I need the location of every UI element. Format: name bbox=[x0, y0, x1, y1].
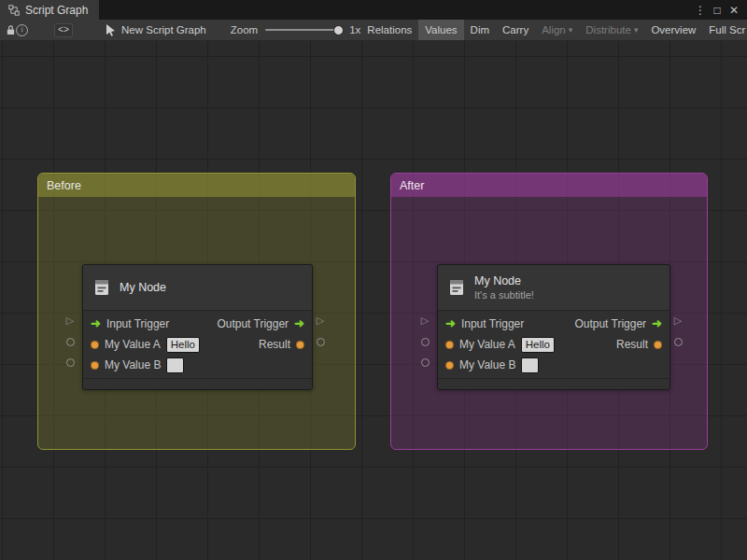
distribute-button[interactable]: Distribute ▾ bbox=[579, 20, 644, 40]
result-label: Result bbox=[259, 338, 290, 351]
value-a-port-icon[interactable] bbox=[445, 341, 454, 349]
value-a-port-icon[interactable] bbox=[91, 341, 99, 349]
external-value-b-port[interactable] bbox=[419, 357, 430, 368]
value-b-label: My Value B bbox=[105, 358, 161, 371]
external-output-trigger-port[interactable]: ▷ bbox=[315, 315, 326, 326]
value-a-field[interactable]: Hello bbox=[521, 337, 555, 353]
chevron-down-icon: ▾ bbox=[634, 26, 639, 35]
triangle-port-icon: ▷ bbox=[674, 315, 682, 326]
external-input-trigger-port[interactable]: ▷ bbox=[419, 315, 430, 326]
toolbar-buttons: Relations Values Dim Carry Align ▾ Distr… bbox=[360, 20, 747, 40]
circle-port-icon bbox=[421, 358, 430, 367]
result-port-icon[interactable] bbox=[296, 341, 304, 349]
value-b-port-row: My Value B bbox=[438, 355, 669, 375]
external-value-a-port[interactable] bbox=[64, 336, 76, 347]
graph-toolbar: i <> New Script Graph Zoom 1x Relations bbox=[0, 20, 747, 41]
graph-name-group: New Script Graph bbox=[105, 20, 206, 40]
result-port-icon[interactable] bbox=[654, 341, 662, 349]
node-body: ➜ Input Trigger Output Trigger ➜ My Valu… bbox=[83, 310, 312, 379]
external-value-b-port[interactable] bbox=[64, 357, 76, 368]
input-trigger-port-icon[interactable]: ➜ bbox=[445, 317, 456, 329]
zoom-slider-knob[interactable] bbox=[333, 25, 344, 35]
output-trigger-port-icon[interactable]: ➜ bbox=[652, 317, 662, 329]
output-trigger-label: Output Trigger bbox=[574, 317, 646, 330]
kebab-menu-icon[interactable]: ⋮ bbox=[694, 3, 707, 18]
trigger-port-row: ➜ Input Trigger Output Trigger ➜ bbox=[438, 314, 669, 334]
fullscreen-button[interactable]: Full Scr bbox=[702, 20, 747, 40]
value-b-port-row: My Value B bbox=[83, 355, 312, 375]
script-graph-window: Script Graph ⋮ □ ✕ i <> bbox=[0, 0, 747, 560]
group-after-label: After bbox=[400, 179, 424, 192]
node-icon bbox=[92, 278, 111, 297]
align-button[interactable]: Align ▾ bbox=[535, 20, 579, 40]
triangle-port-icon: ▷ bbox=[317, 315, 324, 326]
result-label: Result bbox=[616, 338, 648, 351]
triangle-port-icon: ▷ bbox=[421, 315, 429, 326]
external-output-trigger-port[interactable]: ▷ bbox=[672, 315, 684, 326]
zoom-label: Zoom bbox=[231, 24, 258, 35]
group-before-header[interactable]: Before bbox=[38, 174, 355, 197]
tab-bar: Script Graph ⋮ □ ✕ bbox=[0, 0, 747, 20]
value-b-field[interactable] bbox=[166, 357, 184, 373]
circle-port-icon bbox=[317, 338, 325, 346]
overview-button[interactable]: Overview bbox=[644, 20, 702, 40]
circle-port-icon bbox=[674, 338, 683, 346]
node-header[interactable]: My Node It's a subtitle! bbox=[438, 265, 669, 310]
tab-script-graph[interactable]: Script Graph bbox=[0, 0, 99, 20]
circle-port-icon bbox=[66, 338, 75, 346]
external-input-trigger-port[interactable]: ▷ bbox=[64, 315, 76, 326]
external-result-port[interactable] bbox=[672, 336, 684, 347]
node-title: My Node bbox=[120, 281, 166, 294]
value-a-label: My Value A bbox=[105, 338, 161, 351]
output-trigger-port-icon[interactable]: ➜ bbox=[294, 317, 304, 329]
value-b-field[interactable] bbox=[521, 357, 539, 373]
graph-pointer-icon bbox=[105, 20, 116, 40]
trigger-port-row: ➜ Input Trigger Output Trigger ➜ bbox=[83, 314, 312, 334]
zoom-value: 1x bbox=[349, 24, 360, 35]
info-icon[interactable]: i bbox=[16, 20, 28, 40]
triangle-port-icon: ▷ bbox=[66, 315, 74, 326]
input-trigger-label: Input Trigger bbox=[106, 317, 169, 330]
tab-title: Script Graph bbox=[25, 4, 88, 17]
lock-icon[interactable] bbox=[6, 20, 16, 40]
input-trigger-port-icon[interactable]: ➜ bbox=[91, 317, 101, 329]
value-a-port-row: My Value A Hello Result bbox=[438, 334, 669, 355]
zoom-slider[interactable] bbox=[265, 29, 342, 31]
graph-tab-icon bbox=[7, 4, 20, 16]
window-controls: ⋮ □ ✕ bbox=[694, 0, 747, 20]
value-b-port-icon[interactable] bbox=[91, 361, 99, 370]
close-icon[interactable]: ✕ bbox=[727, 3, 740, 18]
group-before-label: Before bbox=[47, 179, 81, 192]
node-title: My Node bbox=[474, 274, 534, 287]
chevron-down-icon: ▾ bbox=[569, 26, 573, 35]
external-result-port[interactable] bbox=[315, 336, 326, 347]
relations-button[interactable]: Relations bbox=[360, 20, 418, 40]
node-footer bbox=[438, 379, 669, 389]
dim-button[interactable]: Dim bbox=[464, 20, 496, 40]
value-a-field[interactable]: Hello bbox=[166, 337, 200, 353]
node-my-node-after[interactable]: My Node It's a subtitle! ➜ Input Trigger… bbox=[437, 264, 670, 390]
value-a-label: My Value A bbox=[459, 338, 515, 351]
maximize-icon[interactable]: □ bbox=[711, 3, 724, 18]
value-b-port-icon[interactable] bbox=[445, 361, 454, 370]
value-a-port-row: My Value A Hello Result bbox=[83, 334, 312, 355]
node-header[interactable]: My Node bbox=[83, 265, 312, 310]
external-value-a-port[interactable] bbox=[419, 336, 430, 347]
circle-port-icon bbox=[421, 338, 430, 346]
output-trigger-label: Output Trigger bbox=[217, 317, 289, 330]
group-after-header[interactable]: After bbox=[391, 174, 707, 197]
zoom-control: Zoom 1x bbox=[231, 24, 361, 35]
node-footer bbox=[83, 379, 312, 389]
circle-port-icon bbox=[66, 358, 75, 367]
node-subtitle: It's a subtitle! bbox=[474, 289, 534, 301]
node-my-node-before[interactable]: My Node ➜ Input Trigger Output Trigger ➜… bbox=[82, 264, 313, 390]
carry-button[interactable]: Carry bbox=[496, 20, 535, 40]
node-titles: My Node It's a subtitle! bbox=[474, 274, 534, 301]
node-titles: My Node bbox=[120, 281, 166, 294]
graph-name-label[interactable]: New Script Graph bbox=[121, 24, 206, 35]
code-view-icon[interactable]: <> bbox=[54, 20, 73, 40]
input-trigger-label: Input Trigger bbox=[461, 317, 524, 330]
graph-canvas[interactable]: Before After My Node bbox=[0, 40, 747, 560]
values-button[interactable]: Values bbox=[418, 20, 463, 40]
node-body: ➜ Input Trigger Output Trigger ➜ My Valu… bbox=[438, 310, 669, 379]
